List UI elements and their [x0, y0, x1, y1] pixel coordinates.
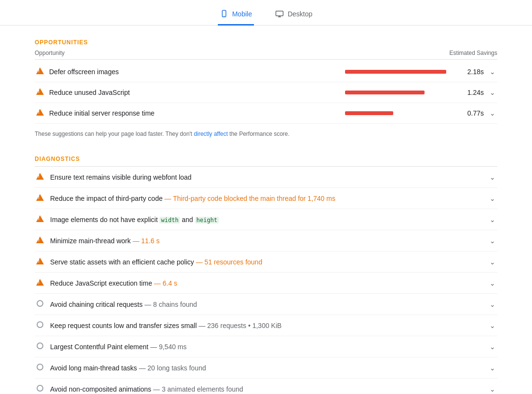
diag-label: Keep request counts low and transfer siz… [50, 322, 483, 329]
chevron-down-icon[interactable]: ⌄ [488, 237, 497, 245]
diag-label: Ensure text remains visible during webfo… [50, 173, 483, 181]
diag-label: Reduce JavaScript execution time — 6.4 s [50, 279, 483, 287]
opportunity-label: Reduce initial server response time [49, 109, 341, 117]
savings-value: 2.18s [455, 68, 484, 76]
bar-container [345, 91, 451, 94]
diag-label: Minimize main-thread work — 11.6 s [50, 237, 483, 245]
bar-container [345, 70, 451, 74]
chevron-down-icon[interactable]: ⌄ [488, 173, 497, 181]
diagnostics-section: DIAGNOSTICS Ensure text remains visible … [35, 152, 497, 394]
chevron-down-icon[interactable]: ⌄ [488, 89, 497, 96]
opportunity-label: Reduce unused JavaScript [49, 89, 341, 96]
diag-row[interactable]: Ensure text remains visible during webfo… [35, 167, 497, 188]
col-savings: Estimated Savings [450, 50, 497, 56]
chevron-down-icon[interactable]: ⌄ [488, 109, 497, 117]
col-opportunity: Opportunity [35, 50, 65, 56]
info-circle-icon [35, 385, 45, 393]
mobile-icon [220, 10, 228, 18]
tab-desktop[interactable]: Desktop [273, 6, 314, 26]
warning-icon [35, 194, 45, 202]
diag-row[interactable]: Avoid non-composited animations — 3 anim… [35, 379, 497, 394]
chevron-down-icon[interactable]: ⌄ [488, 364, 497, 372]
diag-row[interactable]: Reduce JavaScript execution time — 6.4 s… [35, 273, 497, 294]
info-circle-icon [35, 300, 45, 308]
savings-bar [345, 70, 446, 74]
savings-bar [345, 111, 393, 115]
opportunity-row[interactable]: Reduce initial server response time 0.77… [35, 103, 497, 124]
chevron-down-icon[interactable]: ⌄ [488, 301, 497, 308]
savings-value: 0.77s [455, 109, 484, 117]
tab-desktop-label: Desktop [288, 10, 312, 18]
diag-label: Reduce the impact of third-party code — … [50, 195, 483, 202]
diagnostics-section-title: DIAGNOSTICS [35, 152, 497, 162]
chevron-down-icon[interactable]: ⌄ [488, 343, 497, 351]
chevron-down-icon[interactable]: ⌄ [488, 385, 497, 393]
directly-affect-link[interactable]: directly affect [194, 131, 227, 137]
diag-row[interactable]: Avoid long main-thread tasks — 20 long t… [35, 357, 497, 379]
svg-point-1 [224, 16, 225, 17]
info-circle-icon [35, 321, 45, 329]
warning-icon [35, 215, 45, 223]
main-content: OPPORTUNITIES Opportunity Estimated Savi… [25, 26, 507, 394]
tab-mobile[interactable]: Mobile [218, 6, 254, 26]
chevron-down-icon[interactable]: ⌄ [488, 258, 497, 266]
diag-row[interactable]: Keep request counts low and transfer siz… [35, 315, 497, 336]
diag-row[interactable]: Serve static assets with an efficient ca… [35, 251, 497, 273]
opportunity-row[interactable]: Reduce unused JavaScript 1.24s ⌄ [35, 82, 497, 103]
diag-label: Avoid long main-thread tasks — 20 long t… [50, 364, 483, 372]
warning-icon [35, 173, 45, 181]
tab-mobile-label: Mobile [232, 10, 252, 18]
savings-value: 1.24s [455, 89, 484, 96]
diag-label: Avoid chaining critical requests — 8 cha… [50, 301, 483, 308]
diag-label: Largest Contentful Paint element — 9,540… [50, 343, 483, 351]
chevron-down-icon[interactable]: ⌄ [488, 279, 497, 287]
diag-label: Avoid non-composited animations — 3 anim… [50, 385, 483, 393]
svg-rect-2 [276, 11, 283, 16]
diag-row[interactable]: Avoid chaining critical requests — 8 cha… [35, 294, 497, 315]
diag-label: Serve static assets with an efficient ca… [50, 258, 483, 266]
savings-bar [345, 91, 425, 94]
warning-icon [35, 279, 45, 287]
warning-icon [35, 109, 45, 118]
desktop-icon [275, 10, 284, 18]
chevron-down-icon[interactable]: ⌄ [488, 322, 497, 329]
diag-label: Image elements do not have explicit widt… [50, 216, 483, 223]
opportunities-section-title: OPPORTUNITIES [35, 35, 497, 46]
suggestion-text: These suggestions can help your page loa… [35, 124, 497, 148]
opportunities-header: Opportunity Estimated Savings [35, 50, 497, 60]
warning-icon [35, 258, 45, 266]
diag-row[interactable]: Reduce the impact of third-party code — … [35, 188, 497, 209]
bar-container [345, 111, 451, 115]
warning-icon [35, 67, 45, 76]
diag-row[interactable]: Largest Contentful Paint element — 9,540… [35, 336, 497, 357]
code-width: width [160, 217, 180, 223]
chevron-down-icon[interactable]: ⌄ [488, 68, 497, 76]
warning-icon [35, 236, 45, 245]
code-height: height [195, 217, 219, 223]
opportunity-row[interactable]: Defer offscreen images 2.18s ⌄ [35, 62, 497, 82]
diag-row[interactable]: Image elements do not have explicit widt… [35, 209, 497, 230]
chevron-down-icon[interactable]: ⌄ [488, 216, 497, 223]
tab-bar: Mobile Desktop [0, 0, 532, 26]
opportunity-label: Defer offscreen images [49, 68, 341, 76]
warning-icon [35, 88, 45, 97]
diag-row[interactable]: Minimize main-thread work — 11.6 s ⌄ [35, 230, 497, 251]
chevron-down-icon[interactable]: ⌄ [488, 195, 497, 202]
info-circle-icon [35, 364, 45, 372]
info-circle-icon [35, 342, 45, 351]
